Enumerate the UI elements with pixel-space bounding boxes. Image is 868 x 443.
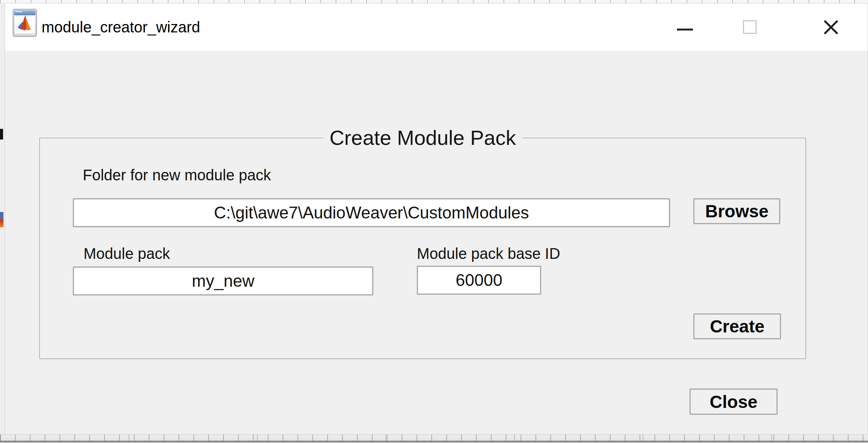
minimize-button[interactable] [658,3,712,51]
module-creator-wizard-window: module_creator_wizard Create Module Pack… [5,3,868,434]
base-id-input[interactable] [417,266,541,295]
matlab-figure-icon [13,9,37,37]
create-module-pack-group: Create Module Pack Folder for new module… [39,138,806,359]
close-icon [822,18,840,36]
maximize-button[interactable] [727,3,773,51]
maximize-icon [743,20,757,34]
module-pack-input[interactable] [73,266,373,295]
group-title: Create Module Pack [323,126,522,149]
folder-input[interactable] [73,198,670,227]
create-button[interactable]: Create [693,313,781,339]
background-logo-sliver [0,212,3,227]
window-title: module_creator_wizard [42,3,200,51]
background-ruler-bottom [0,434,868,443]
close-window-button[interactable] [800,3,862,51]
background-window-sliver [0,129,3,140]
base-id-label: Module pack base ID [417,244,560,263]
browse-button[interactable]: Browse [693,198,780,224]
minimize-icon [677,29,693,30]
screen: module_creator_wizard Create Module Pack… [0,0,868,443]
titlebar[interactable]: module_creator_wizard [5,3,868,51]
module-pack-label: Module pack [84,244,170,263]
folder-label: Folder for new module pack [83,166,271,184]
close-button[interactable]: Close [690,388,778,415]
